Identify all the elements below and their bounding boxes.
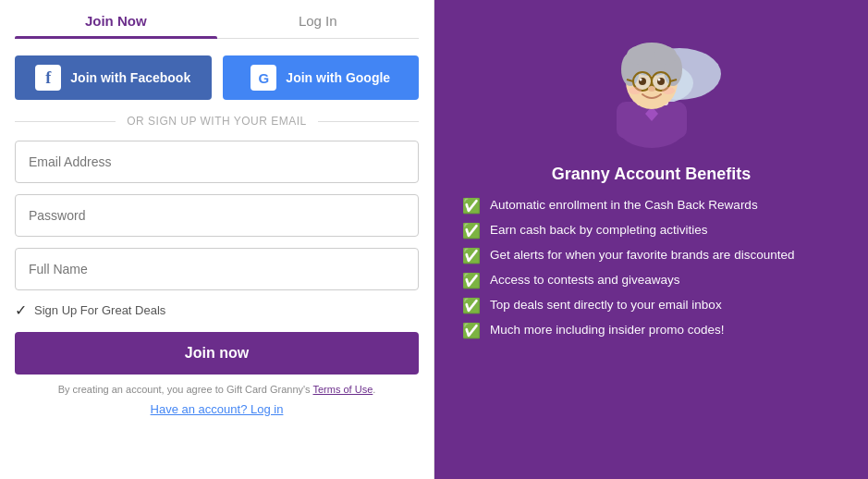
email-input[interactable] [15, 141, 419, 183]
left-panel: Join Now Log In f Join with Facebook G J… [0, 0, 434, 479]
password-field-container [15, 194, 419, 237]
svg-point-14 [627, 46, 649, 65]
tab-join-now[interactable]: Join Now [15, 0, 217, 38]
benefits-title: Granny Account Benefits [552, 165, 751, 184]
benefit-check-icon-6: ✅ [462, 322, 481, 339]
svg-point-26 [629, 87, 642, 94]
terms-prefix: By creating an account, you agree to Gif… [58, 384, 313, 395]
join-now-button[interactable]: Join now [15, 332, 419, 375]
benefit-text-1: Automatic enrollment in the Cash Back Re… [490, 197, 758, 215]
benefits-list: ✅ Automatic enrollment in the Cash Back … [462, 197, 840, 347]
benefit-item-5: ✅ Top deals sent directly to your email … [462, 297, 840, 314]
facebook-join-button[interactable]: f Join with Facebook [15, 55, 212, 100]
tab-log-in[interactable]: Log In [217, 0, 420, 38]
facebook-icon: f [35, 65, 61, 91]
signup-deals-row[interactable]: ✓ Sign Up For Great Deals [15, 301, 419, 319]
terms-text: By creating an account, you agree to Gif… [58, 384, 376, 395]
benefit-check-icon-5: ✅ [462, 297, 481, 314]
check-icon: ✓ [15, 301, 27, 319]
svg-point-25 [648, 86, 655, 92]
benefit-text-4: Access to contests and giveaways [490, 272, 680, 289]
svg-point-15 [654, 46, 677, 65]
have-account-link[interactable]: Have an account? Log in [151, 402, 284, 416]
tabs: Join Now Log In [15, 0, 419, 39]
benefit-text-3: Get alerts for when your favorite brands… [490, 247, 794, 264]
benefit-check-icon-4: ✅ [462, 272, 481, 289]
terms-suffix: . [373, 384, 375, 395]
or-divider: OR SIGN UP WITH YOUR EMAIL [15, 115, 419, 128]
google-join-button[interactable]: G Join with Google [223, 55, 420, 100]
benefit-item-2: ✅ Earn cash back by completing activitie… [462, 222, 840, 240]
benefit-item-1: ✅ Automatic enrollment in the Cash Back … [462, 197, 840, 215]
fullname-field-container [15, 248, 419, 290]
benefit-check-icon-2: ✅ [462, 222, 481, 240]
google-icon: G [251, 65, 276, 91]
granny-illustration [582, 18, 721, 148]
benefit-text-2: Earn cash back by completing activities [490, 222, 708, 240]
benefit-item-4: ✅ Access to contests and giveaways [462, 272, 840, 289]
google-join-label: Join with Google [286, 70, 390, 85]
terms-of-use-link[interactable]: Terms of Use [312, 384, 373, 395]
benefit-text-5: Top deals sent directly to your email in… [490, 297, 722, 314]
signup-deals-label: Sign Up For Great Deals [34, 303, 165, 317]
benefit-text-6: Much more including insider promo codes! [490, 322, 725, 339]
divider-text: OR SIGN UP WITH YOUR EMAIL [116, 115, 318, 128]
right-panel: Granny Account Benefits ✅ Automatic enro… [434, 0, 868, 479]
email-field-container [15, 141, 419, 183]
benefit-check-icon-3: ✅ [462, 247, 481, 264]
fullname-input[interactable] [15, 248, 419, 290]
benefit-item-6: ✅ Much more including insider promo code… [462, 322, 840, 339]
social-buttons: f Join with Facebook G Join with Google [15, 55, 419, 100]
facebook-join-label: Join with Facebook [70, 70, 190, 85]
benefit-check-icon-1: ✅ [462, 197, 481, 215]
svg-point-27 [662, 87, 675, 94]
benefit-item-3: ✅ Get alerts for when your favorite bran… [462, 247, 840, 264]
svg-point-24 [657, 79, 660, 81]
password-input[interactable] [15, 194, 419, 237]
svg-point-23 [639, 79, 642, 81]
